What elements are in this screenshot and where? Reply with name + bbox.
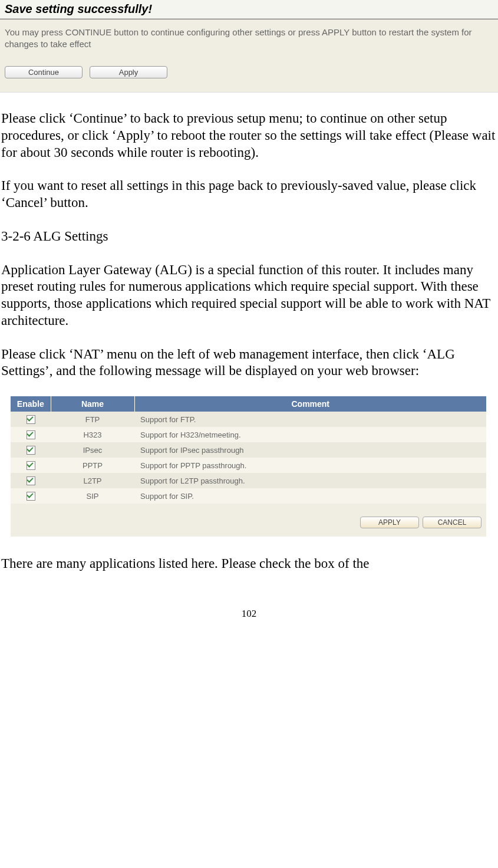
comment-cell: Support for PPTP passthrough. xyxy=(134,458,486,473)
name-cell: H323 xyxy=(51,427,134,442)
paragraph-continue-apply: Please click ‘Continue’ to back to previ… xyxy=(1,110,497,161)
enable-cell xyxy=(11,473,51,488)
name-cell: SIP xyxy=(51,488,134,504)
dialog-button-row: Continue Apply xyxy=(0,54,498,83)
alg-button-row: APPLY CANCEL xyxy=(11,504,486,537)
alg-settings-panel: Enable Name Comment FTPSupport for FTP.H… xyxy=(11,396,486,537)
enable-cell xyxy=(11,442,51,458)
enable-cell xyxy=(11,488,51,504)
name-cell: PPTP xyxy=(51,458,134,473)
alg-apply-button[interactable]: APPLY xyxy=(360,517,419,528)
enable-checkbox[interactable] xyxy=(27,415,35,424)
dialog-message: You may press CONTINUE button to continu… xyxy=(0,19,498,54)
enable-cell xyxy=(11,427,51,442)
enable-checkbox[interactable] xyxy=(27,446,35,455)
table-row: H323Support for H323/netmeeting. xyxy=(11,427,486,442)
comment-cell: Support for L2TP passthrough. xyxy=(134,473,486,488)
paragraph-cancel: If you want to reset all settings in thi… xyxy=(1,177,497,212)
comment-cell: Support for SIP. xyxy=(134,488,486,504)
alg-cancel-button[interactable]: CANCEL xyxy=(423,517,481,528)
apply-button[interactable]: Apply xyxy=(90,66,167,78)
comment-cell: Support for H323/netmeeting. xyxy=(134,427,486,442)
save-setting-dialog: Save setting successfully! You may press… xyxy=(0,0,498,93)
continue-button[interactable]: Continue xyxy=(5,66,83,78)
enable-checkbox[interactable] xyxy=(27,430,35,439)
table-header-name: Name xyxy=(51,396,134,412)
paragraph-alg-nav: Please click ‘NAT’ menu on the left of w… xyxy=(1,346,497,380)
paragraph-check-box: There are many applications listed here.… xyxy=(1,555,497,573)
enable-checkbox[interactable] xyxy=(27,461,35,470)
table-row: PPTPSupport for PPTP passthrough. xyxy=(11,458,486,473)
table-header-comment: Comment xyxy=(134,396,486,412)
comment-cell: Support for IPsec passthrough xyxy=(134,442,486,458)
section-heading-alg: 3-2-6 ALG Settings xyxy=(1,228,497,245)
paragraph-alg-intro: Application Layer Gateway (ALG) is a spe… xyxy=(1,262,497,330)
table-row: FTPSupport for FTP. xyxy=(11,412,486,427)
enable-checkbox[interactable] xyxy=(27,492,35,501)
enable-checkbox[interactable] xyxy=(27,476,35,485)
name-cell: L2TP xyxy=(51,473,134,488)
document-body: Please click ‘Continue’ to back to previ… xyxy=(0,93,498,380)
alg-table: Enable Name Comment FTPSupport for FTP.H… xyxy=(11,396,486,504)
table-row: L2TPSupport for L2TP passthrough. xyxy=(11,473,486,488)
document-body-continued: There are many applications listed here.… xyxy=(0,537,498,573)
table-header-enable: Enable xyxy=(11,396,51,412)
page-number: 102 xyxy=(0,608,498,626)
comment-cell: Support for FTP. xyxy=(134,412,486,427)
table-row: SIPSupport for SIP. xyxy=(11,488,486,504)
enable-cell xyxy=(11,458,51,473)
name-cell: FTP xyxy=(51,412,134,427)
dialog-title: Save setting successfully! xyxy=(0,0,498,19)
enable-cell xyxy=(11,412,51,427)
table-row: IPsecSupport for IPsec passthrough xyxy=(11,442,486,458)
name-cell: IPsec xyxy=(51,442,134,458)
